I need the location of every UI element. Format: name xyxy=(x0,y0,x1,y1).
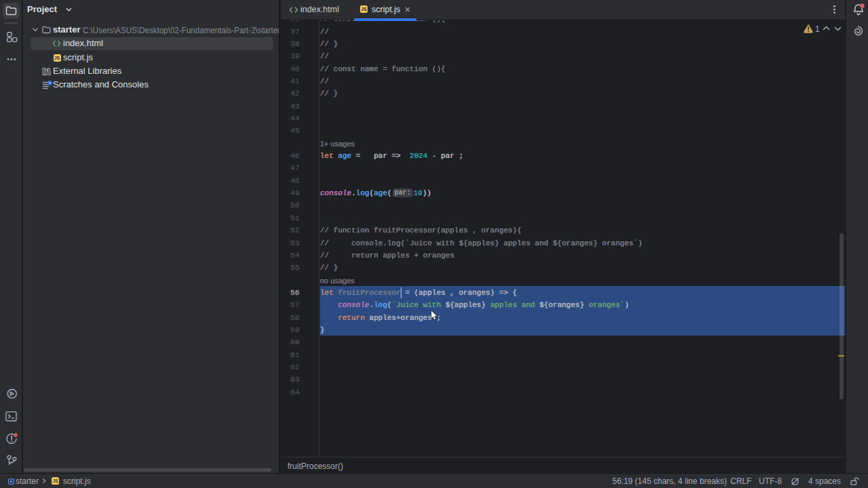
svg-text:1: 1 xyxy=(815,24,820,34)
